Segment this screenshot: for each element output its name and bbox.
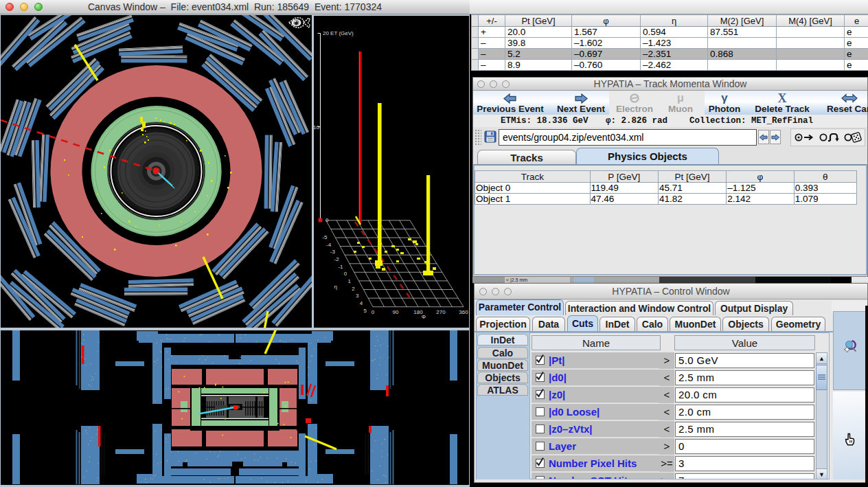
svg-text:1: 1 [348, 278, 352, 284]
svg-text:3: 3 [356, 293, 359, 299]
svg-text:90: 90 [393, 309, 399, 315]
svg-text:2: 2 [352, 286, 355, 292]
svg-text:0: 0 [372, 309, 375, 315]
svg-text:0: 0 [344, 271, 347, 277]
svg-text:4: 4 [360, 300, 363, 306]
svg-text:270: 270 [436, 309, 446, 315]
svg-text:Φ: Φ [422, 314, 426, 320]
svg-text:20 ET (GeV): 20 ET (GeV) [323, 30, 354, 36]
svg-text:-4: -4 [326, 242, 332, 248]
svg-text:-1: -1 [338, 264, 343, 270]
svg-text:0: 0 [326, 217, 329, 223]
svg-text:360: 360 [459, 309, 468, 315]
svg-text:η: η [334, 284, 337, 290]
svg-text:10: 10 [314, 124, 320, 131]
svg-text:-2: -2 [334, 256, 340, 262]
svg-text:-5: -5 [322, 234, 328, 240]
svg-text:-3: -3 [330, 249, 336, 255]
svg-text:5: 5 [364, 308, 367, 314]
